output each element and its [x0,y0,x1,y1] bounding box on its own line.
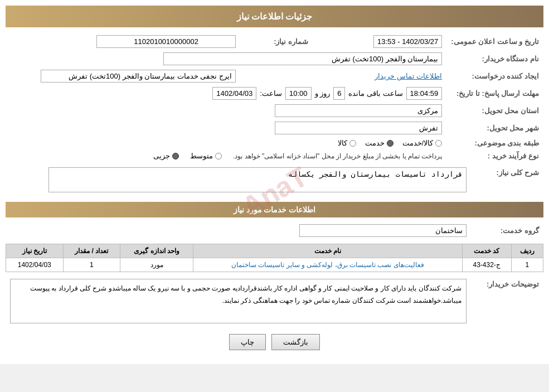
response-deadline-label: مهلت ارسال پاسخ: تا تاریخ: [446,85,543,102]
services-table: ردیف کد خدمت نام خدمت واحد اندازه گیری ت… [6,244,543,272]
col-row-num: ردیف [511,244,543,258]
creator-org-value: ایرج نجفی خدمات بیمارستان والفجر (100تخت… [6,67,240,85]
purchase-type-option-jozei: جزیی [153,152,179,160]
general-desc-label: شرح کلی نیاز: [471,165,543,196]
category-option-khedmat: خدمت [365,139,393,147]
cell-qty: 1 [63,258,120,272]
services-table-body: 1 ج-432-43 فعالیت‌های نصب تاسیسات برق، ل… [6,258,543,272]
purchase-type-option-motavasset: متوسط [190,152,222,160]
purchase-type-options: پرداخت تمام یا بخشی از مبلغ خریدار از مح… [6,149,446,162]
need-number-label: شماره نیاز: [240,33,313,50]
cell-unit: مورد [120,258,193,272]
category-options: کالا/خدمت خدمت کالا [6,137,446,149]
category-label: طبقه بندی موضوعی: [446,137,543,149]
cell-date: 1402/04/03 [6,258,64,272]
city-value: تفرش [6,119,446,137]
category-option-kala: کالا [338,139,356,147]
col-unit: واحد اندازه گیری [120,244,193,258]
radio-kala-khedmat [435,140,442,147]
radio-khedmat [387,140,393,147]
general-desc-value [6,165,471,196]
page-header: جزئیات اطلاعات نیاز [6,6,543,27]
radio-motavasset [215,153,222,159]
col-service-name: نام خدمت [193,244,462,258]
province-label: استان محل تحویل: [446,102,543,119]
need-number-value: 1102010010000002 [6,33,240,50]
group-service-table: گروه خدمت: ساختمان [6,222,543,239]
row-response-deadline: مهلت ارسال پاسخ: تا تاریخ: 18:04:59 ساعت… [6,85,543,102]
time-label: ساعت: [260,89,282,98]
row-group-service: گروه خدمت: ساختمان [6,222,543,239]
row-buyer-desc: توضیحات خریدار: شرکت کنندگان باید دارای … [6,277,543,326]
services-table-header: ردیف کد خدمت نام خدمت واحد اندازه گیری ت… [6,244,543,258]
services-section-header: اطلاعات خدمات مورد نیاز [6,202,543,217]
row-city: شهر محل تحویل: تفرش [6,119,543,137]
days-label: روز و [315,89,331,98]
row-creator: ایجاد کننده درخواست: اطلاعات تماس خریدار… [6,67,543,85]
table-row: 1 ج-432-43 فعالیت‌های نصب تاسیسات برق، ل… [6,258,543,272]
creator-label: ایجاد کننده درخواست: [446,67,543,85]
group-service-label: گروه خدمت: [471,222,543,239]
group-service-value: ساختمان [6,222,471,239]
page-wrapper: جزئیات اطلاعات نیاز AnaT تاریخ و ساعت اع… [0,0,549,364]
col-service-code: کد خدمت [462,244,511,258]
response-deadline-value: 18:04:59 ساعت باقی مانده 6 روز و 10:00 س… [6,85,446,102]
row-category: طبقه بندی موضوعی: کالا/خدمت خدمت [6,137,543,149]
print-button[interactable]: چاپ [229,334,266,350]
announce-date-label: تاریخ و ساعت اعلان عمومی: [446,33,543,50]
remaining-label: ساعت باقی مانده [348,89,402,98]
buyer-org-label: نام دستگاه خریدار: [446,50,543,67]
radio-jozei [172,153,179,159]
row-province: استان محل تحویل: مرکزی [6,102,543,119]
row-buyer-org: نام دستگاه خریدار: بیمارستان والفجر (100… [6,50,543,67]
general-desc-textarea[interactable] [48,167,467,192]
category-option-kala-khedmat: کالا/خدمت [402,139,443,147]
city-label: شهر محل تحویل: [446,119,543,137]
cell-row-num: 1 [511,258,543,272]
row-general-desc: شرح کلی نیاز: [6,165,543,196]
announce-date-value: 1402/03/27 - 13:53 [357,33,446,50]
buyer-desc-value: شرکت کنندگان باید دارای کار و صلاحیت ایم… [6,277,471,326]
main-content: AnaT تاریخ و ساعت اعلان عمومی: 1402/03/2… [6,33,543,350]
row-need-number: تاریخ و ساعت اعلان عمومی: 1402/03/27 - 1… [6,33,543,50]
buyer-desc-label: توضیحات خریدار: [471,277,543,326]
creator-value: اطلاعات تماس خریدار [313,67,446,85]
col-date: تاریخ نیاز [6,244,64,258]
buyer-desc-table: توضیحات خریدار: شرکت کنندگان باید دارای … [6,277,543,326]
province-value: مرکزی [6,102,446,119]
buyer-org-value: بیمارستان والفجر (100تخت) تفرش [6,50,446,67]
cell-service-name: فعالیت‌های نصب تاسیسات برق، لوله‌کشی و س… [193,258,462,272]
col-qty: تعداد / مقدار [63,244,120,258]
main-info-table: تاریخ و ساعت اعلان عمومی: 1402/03/27 - 1… [6,33,543,162]
buyer-desc-box: شرکت کنندگان باید دارای کار و صلاحیت ایم… [10,279,467,323]
cell-service-code: ج-432-43 [462,258,511,272]
radio-kala [349,140,356,147]
purchase-type-label: نوع فرآیند خرید : [446,149,543,162]
back-button[interactable]: بازگشت [271,334,320,350]
services-header-row: ردیف کد خدمت نام خدمت واحد اندازه گیری ت… [6,244,543,258]
general-desc-table: شرح کلی نیاز: [6,165,543,196]
row-purchase-type: نوع فرآیند خرید : پرداخت تمام یا بخشی از… [6,149,543,162]
page-title: جزئیات اطلاعات نیاز [237,12,313,21]
buttons-row: بازگشت چاپ [6,334,543,350]
